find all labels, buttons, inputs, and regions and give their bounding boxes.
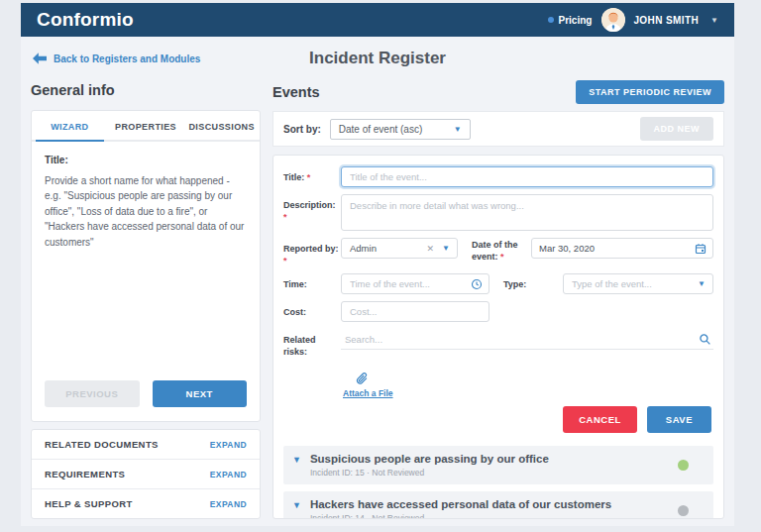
calendar-icon[interactable] (695, 243, 707, 255)
related-risks-field (341, 329, 713, 350)
reported-by-select[interactable]: Admin ✕ ▼ (341, 238, 458, 259)
section-label: RELATED DOCUMENTS (45, 439, 159, 450)
reported-by-value: Admin (349, 243, 427, 254)
sort-bar: Sort by: Date of event (asc) ▼ ADD NEW (272, 111, 724, 147)
date-field[interactable]: Mar 30, 2020 (531, 238, 713, 259)
top-navbar: Conformio Pricing JOHN SMITH ▼ (21, 3, 734, 37)
reported-by-label: Reported by: * (283, 238, 341, 266)
general-info-panel: General info WIZARD PROPERTIES DISCUSSIO… (31, 82, 261, 519)
cancel-button[interactable]: CANCEL (563, 406, 637, 433)
incident-meta: Incident ID: 15 · Not Reviewed (310, 468, 678, 478)
previous-button[interactable]: PREVIOUS (45, 380, 140, 407)
cost-input[interactable] (348, 306, 483, 317)
description-label: Description: * (283, 194, 341, 223)
general-info-heading: General info (31, 82, 261, 101)
incident-row[interactable]: ▼ Suspicious people are passing by our o… (283, 446, 713, 484)
clear-icon[interactable]: ✕ (427, 244, 435, 254)
chevron-down-icon: ▼ (454, 125, 462, 134)
related-risks-label: Related risks: (283, 329, 341, 358)
events-panel: Events START PERIODIC REVIEW Sort by: Da… (272, 82, 724, 519)
attach-file-label: Attach a File (343, 388, 393, 398)
tab-wizard[interactable]: WIZARD (32, 111, 108, 140)
chevron-down-icon: ▼ (442, 244, 450, 253)
event-form-card: Title: * Description: * Reported by: * A… (272, 155, 724, 519)
expand-link[interactable]: EXPAND (210, 440, 247, 450)
sort-by-label: Sort by: (283, 124, 321, 135)
page-header: Incident Register Back to Registers and … (21, 37, 734, 80)
pricing-link[interactable]: Pricing (548, 15, 593, 26)
brand-logo[interactable]: Conformio (37, 9, 134, 31)
events-heading: Events (272, 84, 320, 100)
chevron-down-icon[interactable]: ▼ (292, 498, 301, 510)
sections-card: RELATED DOCUMENTS EXPAND REQUIREMENTS EX… (31, 429, 261, 519)
section-label: REQUIREMENTS (45, 469, 125, 479)
chevron-down-icon: ▼ (698, 279, 706, 288)
incident-title: Hackers have accessed personal data of o… (310, 498, 678, 510)
section-related-documents[interactable]: RELATED DOCUMENTS EXPAND (32, 430, 260, 460)
search-icon[interactable] (699, 333, 711, 346)
incident-meta: Incident ID: 14 · Not Reviewed (310, 513, 678, 519)
arrow-left-icon (33, 53, 47, 64)
wizard-tabs: WIZARD PROPERTIES DISCUSSIONS (32, 111, 260, 142)
user-name: JOHN SMITH (633, 15, 699, 26)
sort-select[interactable]: Date of event (asc) ▼ (330, 119, 471, 140)
incident-row[interactable]: ▼ Hackers have accessed personal data of… (283, 491, 713, 519)
wizard-card: WIZARD PROPERTIES DISCUSSIONS Title: Pro… (31, 110, 261, 422)
time-label: Time: (283, 273, 341, 290)
title-field (341, 166, 713, 187)
type-placeholder: Type of the event... (571, 278, 698, 289)
user-menu[interactable]: JOHN SMITH ▼ (601, 8, 718, 32)
incident-title: Suspicious people are passing by our off… (310, 453, 678, 465)
save-button[interactable]: SAVE (647, 406, 711, 433)
avatar (601, 8, 625, 32)
clock-icon[interactable] (471, 278, 483, 290)
type-select[interactable]: Type of the event... ▼ (563, 273, 713, 294)
expand-link[interactable]: EXPAND (210, 499, 247, 509)
sort-select-value: Date of event (asc) (339, 124, 422, 135)
date-label: Date of the event: * (472, 238, 531, 263)
wizard-field-title: Title: (45, 153, 247, 168)
tab-properties[interactable]: PROPERTIES (108, 111, 184, 140)
time-input[interactable] (348, 278, 471, 289)
back-link[interactable]: Back to Registers and Modules (33, 53, 200, 64)
status-dot (678, 505, 689, 516)
title-input[interactable] (348, 171, 707, 182)
description-input[interactable] (341, 194, 713, 231)
related-risks-search-input[interactable] (343, 334, 699, 345)
section-requirements[interactable]: REQUIREMENTS EXPAND (32, 460, 260, 489)
paperclip-icon (355, 372, 369, 385)
section-help-support[interactable]: HELP & SUPPORT EXPAND (32, 489, 260, 518)
chevron-down-icon[interactable]: ▼ (292, 453, 301, 465)
wizard-content: Title: Provide a short name for what hap… (32, 142, 260, 380)
expand-link[interactable]: EXPAND (210, 470, 247, 479)
status-dot (678, 460, 689, 471)
type-label: Type: (503, 273, 563, 290)
tab-discussions[interactable]: DISCUSSIONS (183, 111, 260, 140)
start-periodic-review-button[interactable]: START PERIODIC REVIEW (576, 80, 724, 104)
section-label: HELP & SUPPORT (45, 498, 133, 509)
attach-file-button[interactable]: Attach a File (343, 372, 412, 398)
pricing-label: Pricing (559, 15, 593, 26)
cost-field (341, 301, 489, 322)
chevron-down-icon: ▼ (710, 16, 718, 25)
app-frame: Conformio Pricing JOHN SMITH ▼ (21, 3, 734, 526)
title-label: Title: * (283, 166, 341, 183)
time-field (341, 273, 489, 294)
date-value: Mar 30, 2020 (538, 243, 695, 254)
add-new-button[interactable]: ADD NEW (640, 117, 714, 141)
back-link-label: Back to Registers and Modules (54, 53, 200, 64)
wizard-help-text: Provide a short name for what happened -… (45, 173, 247, 251)
pricing-dot-icon (548, 17, 554, 23)
next-button[interactable]: NEXT (153, 380, 248, 407)
cost-label: Cost: (283, 301, 341, 318)
